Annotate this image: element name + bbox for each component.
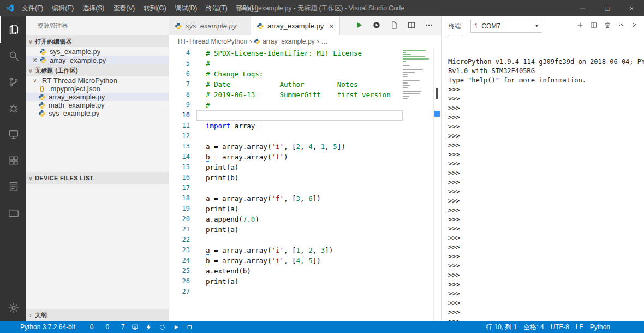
code-line[interactable]: 22 — [169, 235, 441, 245]
code-line[interactable]: 8# 2019-06-13 SummerGift first version — [169, 90, 441, 100]
statusbar-action-stop[interactable] — [183, 321, 196, 333]
code-line[interactable]: 13a = array.array('i', [2, 4, 1, 5]) — [169, 141, 441, 152]
encoding[interactable]: UTF-8 — [547, 321, 573, 333]
activity-debug[interactable] — [0, 95, 26, 121]
editor-action-split-editor[interactable] — [407, 21, 416, 32]
tree-file[interactable]: math_example.py — [26, 101, 169, 109]
code-line[interactable]: 17 — [169, 183, 441, 193]
breadcrumb-item[interactable]: … — [321, 38, 328, 45]
code-line[interactable]: 5# — [169, 58, 441, 69]
editor-tab[interactable]: array_example.py× — [251, 16, 340, 35]
statusbar-action-board-download[interactable] — [128, 321, 142, 333]
statusbar-action-play[interactable] — [169, 321, 183, 333]
open-editor-item[interactable]: ×array_example.py — [26, 56, 169, 64]
panel-action-close-panel[interactable] — [631, 21, 639, 31]
editor-action-run[interactable] — [355, 21, 363, 32]
activity-files[interactable] — [0, 200, 26, 226]
terminal-output[interactable]: MicroPython v1.9.4-114-g309fe39d on 2018… — [442, 35, 644, 321]
cursor-position[interactable]: 行 10, 列 1 — [482, 321, 520, 333]
section-workspace[interactable]: ∨ 无标题 (工作区) — [26, 64, 169, 76]
code-line[interactable]: 7# Date Author Notes — [169, 79, 441, 90]
breadcrumb: RT-Thread MicroPython›array_example.py›… — [169, 35, 441, 47]
code-line[interactable]: 15print(a) — [169, 162, 441, 173]
menu-item[interactable]: 转到(G) — [139, 0, 170, 16]
code-line[interactable]: 21print(a) — [169, 224, 441, 235]
eol[interactable]: LF — [573, 321, 587, 333]
notifications[interactable] — [627, 321, 641, 333]
panel-action-kill-terminal[interactable] — [604, 21, 611, 31]
statusbar-action-flash[interactable] — [142, 321, 156, 333]
code-line[interactable]: 9# — [169, 100, 441, 110]
minimap[interactable] — [403, 50, 432, 102]
activity-source-control[interactable] — [0, 69, 26, 95]
code-line[interactable]: 16print(b) — [169, 173, 441, 183]
menu-item[interactable]: 调试(D) — [171, 0, 202, 16]
activity-settings[interactable] — [0, 295, 26, 321]
breadcrumb-item[interactable]: RT-Thread MicroPython — [178, 38, 247, 45]
menu-item[interactable]: 帮助(H) — [232, 0, 263, 16]
code-line[interactable]: 18a = array.array('f', [3, 6]) — [169, 193, 441, 204]
statusbar-action-sync[interactable] — [156, 321, 169, 333]
code-line[interactable]: 23a = array.array('i', [1, 2, 3]) — [169, 245, 441, 255]
panel-action-new-terminal[interactable] — [576, 21, 584, 31]
problems-status[interactable]: 0 0 7 — [79, 321, 128, 333]
activity-notebook[interactable] — [0, 174, 26, 200]
code-line[interactable]: 6# Change Logs: — [169, 69, 441, 79]
code-line[interactable]: 19print(a) — [169, 204, 441, 214]
maximize-button[interactable]: □ — [595, 0, 619, 16]
section-open-editors[interactable]: ∨ 打开的编辑器 — [26, 35, 169, 47]
section-device-files[interactable]: ∨ DEVICE FILES LIST — [26, 172, 169, 184]
code-editor[interactable]: 4# SPDX-License-Identifier: MIT License5… — [169, 47, 441, 321]
open-editor-item[interactable]: sys_example.py — [26, 47, 169, 56]
python-interpreter[interactable]: Python 3.7.2 64-bit — [17, 321, 79, 333]
activity-extensions[interactable] — [0, 147, 26, 174]
editor-action-run-alt[interactable] — [372, 21, 381, 32]
editor-action-more[interactable] — [425, 21, 433, 32]
close-file-icon[interactable]: × — [31, 56, 39, 64]
activity-remote[interactable] — [0, 121, 26, 147]
code-line[interactable]: 26print(a) — [169, 276, 441, 287]
code-line[interactable]: 12 — [169, 131, 441, 141]
code-line[interactable]: 10 — [169, 110, 441, 121]
scrollbar-thumb[interactable] — [436, 88, 438, 99]
menu-item[interactable]: 编辑(E) — [47, 0, 78, 16]
chevron-down-icon: ∨ — [26, 175, 35, 181]
activity-search[interactable] — [0, 43, 26, 69]
tree-file[interactable]: array_example.py — [26, 93, 169, 101]
editor-tab[interactable]: sys_example.py — [169, 16, 251, 35]
code-line[interactable]: 4# SPDX-License-Identifier: MIT License — [169, 48, 441, 58]
section-outline[interactable]: › 大纲 — [26, 309, 169, 321]
code-line[interactable]: 25a.extend(b) — [169, 266, 441, 276]
menu-item[interactable]: 文件(F) — [17, 0, 47, 16]
menu-item[interactable]: 选择(S) — [78, 0, 109, 16]
breadcrumb-item[interactable]: array_example.py — [254, 38, 314, 45]
tree-folder[interactable]: ∨RT-Thread MicroPython — [26, 76, 169, 85]
minimize-button[interactable]: ─ — [570, 0, 595, 16]
code-line[interactable]: 11import array — [169, 121, 441, 131]
code-text: print(a) — [196, 224, 441, 235]
feedback[interactable] — [613, 321, 627, 333]
close-tab-icon[interactable]: × — [329, 22, 333, 31]
panel-action-split-terminal[interactable] — [590, 21, 598, 31]
language-mode[interactable]: Python — [587, 321, 613, 333]
run-alt-icon — [372, 21, 381, 29]
terminal-line: >>> — [448, 197, 644, 206]
code-line[interactable]: 14b = array.array('f') — [169, 152, 441, 162]
tab-terminal[interactable]: 终端 — [448, 17, 462, 35]
panel-action-maximize-panel[interactable] — [617, 21, 625, 31]
tree-file[interactable]: {}.mpyproject.json — [26, 85, 169, 93]
terminal-instance-select[interactable]: 1: COM7 ▼ — [470, 20, 542, 33]
indentation[interactable]: 空格: 4 — [520, 321, 547, 333]
code-line[interactable]: 20a.append(7.0) — [169, 214, 441, 224]
tree-file[interactable]: sys_example.py — [26, 109, 169, 117]
menu-item[interactable]: 终端(T) — [201, 0, 231, 16]
code-line[interactable]: 27 — [169, 287, 441, 297]
code-line[interactable]: 24b = array.array('i', [4, 5]) — [169, 255, 441, 266]
activity-explorer[interactable] — [0, 16, 26, 43]
play-icon — [172, 324, 180, 331]
editor-action-open-preview[interactable] — [390, 21, 398, 32]
tab-label: sys_example.py — [186, 22, 236, 30]
close-button[interactable]: × — [619, 0, 644, 16]
menu-item[interactable]: 查看(V) — [109, 0, 139, 16]
connection-status[interactable] — [3, 321, 17, 333]
